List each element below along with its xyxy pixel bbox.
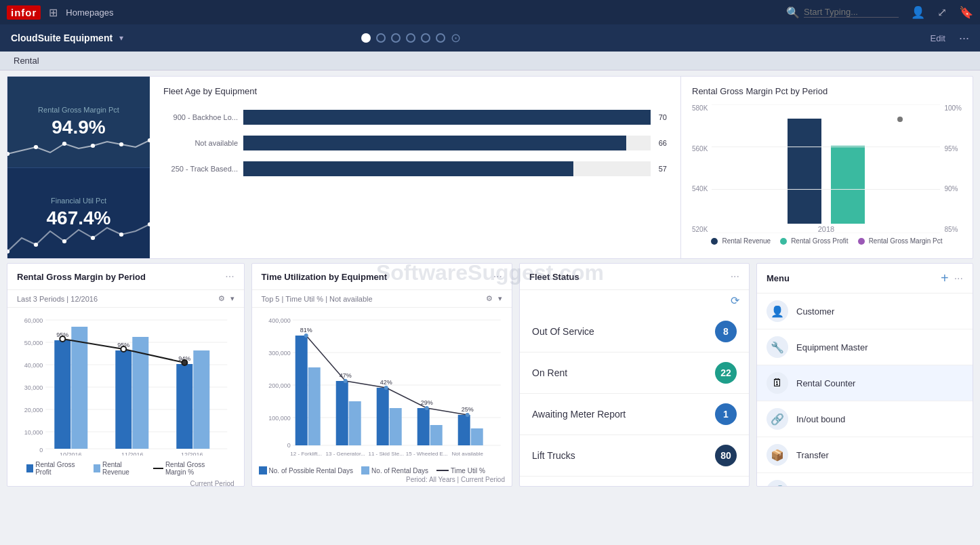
rgm-more-button[interactable]: ··· [225, 270, 234, 283]
tu-period-bottom-label: Period: All Years | Current Period [259, 476, 505, 483]
menu-card-header: Menu + ··· [757, 264, 973, 294]
fs-refresh-area: ⟳ [520, 290, 749, 311]
gm-x-label: 2018 [712, 225, 940, 233]
svg-text:0: 0 [39, 447, 43, 453]
user-icon[interactable]: 👤 [911, 5, 925, 20]
menu-item-transfer[interactable]: 📦 Transfer [757, 437, 973, 473]
menu-more-button[interactable]: ··· [954, 272, 963, 285]
nav-home-label[interactable]: Homepages [66, 7, 113, 18]
menu-item-equipment-master-label: Equipment Master [796, 342, 868, 352]
gm-y-axis-right: 100% 95% 90% 85% [940, 104, 962, 233]
tu-chart-area: 400,000 300,000 200,000 100,000 0 81% [252, 308, 512, 489]
svg-text:0: 0 [287, 442, 290, 449]
search-icon[interactable]: 🔍 [786, 6, 800, 19]
search-input[interactable] [804, 7, 899, 18]
svg-text:20,000: 20,000 [24, 407, 43, 413]
tu-legend-possible-label: No. of Possible Rental Days [269, 467, 354, 475]
fs-more-button[interactable]: ··· [731, 270, 739, 283]
svg-text:81%: 81% [300, 327, 312, 334]
rgm-legend: Rental Gross Profit Rental Revenue Renta… [17, 458, 234, 479]
rgm-legend-revenue-icon [94, 464, 100, 472]
time-utilization-card: Time Utilization by Equipment ··· Top 5 … [251, 263, 512, 487]
bar-label-2: 250 - Track Based... [163, 165, 238, 173]
fleet-age-bars: 900 - Backhoe Lo... 70 Not available 66 … [163, 110, 667, 176]
page-dot-6[interactable] [436, 33, 445, 43]
gm-bar-dark-1 [788, 119, 821, 224]
rental-gross-margin-card: Rental Gross Margin by Period ··· Last 3… [7, 263, 245, 487]
inout-bound-icon: 🔗 [767, 408, 788, 430]
svg-text:200,000: 200,000 [268, 382, 291, 389]
bottom-row: Rental Gross Margin by Period ··· Last 3… [7, 263, 973, 487]
sub-navigation: CloudSuite Equipment ▾ ⊙ Edit ··· [0, 24, 980, 52]
subnav-more-button[interactable]: ··· [959, 31, 969, 45]
edit-button[interactable]: Edit [931, 33, 945, 43]
page-dot-5[interactable] [421, 33, 430, 43]
page-dot-2[interactable] [376, 33, 386, 43]
gm-legend-item-1: Rental Revenue [711, 237, 771, 245]
bar-revenue-3 [193, 350, 209, 449]
rgm-legend-pct-label: Rental Gross Margin % [165, 461, 225, 476]
rgm-chart-area: 60,000 50,000 40,000 30,000 20,000 10,00… [7, 308, 244, 457]
rgm-filter-icon[interactable]: ⚙ [218, 294, 225, 303]
grid-icon[interactable]: ⊞ [49, 6, 58, 19]
fleet-status-card: Fleet Status ··· ⟳ Out Of Service 8 On R… [519, 263, 750, 487]
fs-refresh-icon[interactable]: ⟳ [731, 295, 739, 306]
svg-text:40,000: 40,000 [24, 362, 43, 369]
equipment-master-icon: 🔧 [767, 336, 788, 358]
svg-point-4 [119, 142, 123, 146]
page-dot-3[interactable] [391, 33, 401, 43]
svg-point-68 [465, 413, 469, 417]
fs-row-on-rent[interactable]: On Rent 22 [520, 352, 749, 394]
tu-more-button[interactable]: ··· [493, 270, 502, 283]
share-icon[interactable]: ⤢ [937, 5, 947, 20]
bookmark-icon[interactable]: 🔖 [959, 5, 973, 20]
bar-row-2: 250 - Track Based... 57 [163, 161, 667, 176]
tu-settings-icon[interactable]: ▾ [498, 294, 502, 303]
fs-label-out-of-service: Out Of Service [532, 326, 708, 337]
menu-add-button[interactable]: + [941, 270, 949, 286]
app-dropdown-arrow[interactable]: ▾ [119, 33, 123, 43]
tu-filter-icon[interactable]: ⚙ [486, 294, 493, 303]
section-label: Rental [0, 52, 980, 70]
menu-item-inout-bound[interactable]: 🔗 In/out bound [757, 401, 973, 437]
fs-label-on-rent: On Rent [532, 367, 708, 378]
menu-item-equipment-master[interactable]: 🔧 Equipment Master [757, 329, 973, 365]
rgm-subtitle: Last 3 Periods | 12/2016 ⚙ ▾ [7, 290, 244, 308]
svg-rect-62 [470, 428, 483, 445]
gm-legend-dot-3 [858, 238, 865, 245]
menu-card: Menu + ··· 👤 Customer 🔧 Equipment Master… [756, 263, 973, 487]
app-title: CloudSuite Equipment [11, 33, 113, 43]
fs-body: ⟳ Out Of Service 8 On Rent 22 Awaiting M… [520, 290, 749, 477]
rgm-settings-icon[interactable]: ▾ [230, 294, 234, 303]
svg-rect-52 [335, 381, 348, 445]
gm-chart-container: 580K 560K 540K 520K [692, 104, 962, 233]
bar-track-2 [243, 161, 651, 176]
rgm-legend-pct: Rental Gross Margin % [153, 461, 225, 476]
fs-row-out-of-service[interactable]: Out Of Service 8 [520, 311, 749, 352]
rgm-legend-revenue-label: Rental Revenue [102, 461, 144, 476]
fs-card-header: Fleet Status ··· [520, 264, 749, 290]
page-dot-1[interactable] [361, 33, 371, 43]
rgm-chart-svg: 60,000 50,000 40,000 30,000 20,000 10,00… [17, 313, 234, 456]
customer-icon: 👤 [767, 300, 788, 322]
svg-rect-50 [308, 367, 320, 445]
fs-card-title: Fleet Status [529, 272, 725, 282]
menu-item-rental-counter[interactable]: 🗓 Rental Counter [757, 365, 973, 401]
page-dot-4[interactable] [406, 33, 415, 43]
svg-text:11 - Skid Ste...: 11 - Skid Ste... [368, 451, 403, 457]
page-next-arrow[interactable]: ⊙ [451, 31, 461, 45]
infor-logo: infor [7, 5, 41, 20]
svg-point-64 [304, 334, 308, 338]
menu-item-customer[interactable]: 👤 Customer [757, 294, 973, 329]
tu-legend: No. of Possible Rental Days No. of Renta… [259, 465, 505, 475]
svg-text:13 - Generator...: 13 - Generator... [325, 451, 365, 457]
fs-row-lift-trucks[interactable]: Lift Trucks 80 [520, 435, 749, 477]
fs-badge-awaiting-meter: 1 [715, 403, 737, 425]
tu-legend-possible: No. of Possible Rental Days [259, 466, 354, 475]
bar-profit-3 [176, 364, 192, 449]
gm-bar-group-1 [788, 119, 821, 224]
fs-row-awaiting-meter[interactable]: Awaiting Meter Report 1 [520, 394, 749, 435]
tu-chart-svg: 400,000 300,000 200,000 100,000 0 81% [259, 313, 505, 462]
menu-item-customer-service-desk[interactable]: 🔗 Customer Service Desk [757, 473, 973, 486]
svg-rect-59 [430, 425, 442, 445]
